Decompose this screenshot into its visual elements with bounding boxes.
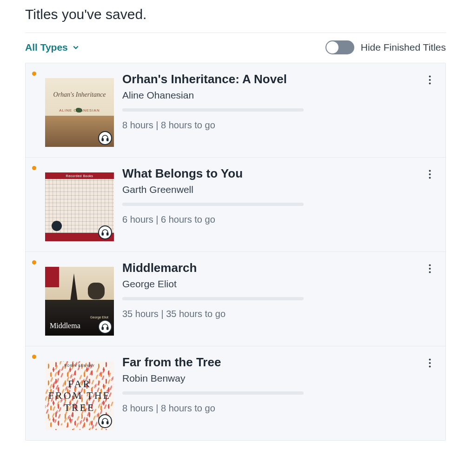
headphones-icon — [98, 414, 112, 428]
author-text[interactable]: Garth Greenwell — [122, 184, 434, 195]
headphones-icon — [98, 131, 112, 145]
more-options-button[interactable] — [425, 262, 434, 275]
duration-text: 35 hours | 35 hours to go — [122, 309, 434, 319]
headphones-icon — [98, 320, 112, 334]
page-title: Titles you've saved. — [25, 0, 446, 33]
svg-rect-10 — [102, 327, 103, 330]
svg-point-9 — [429, 177, 431, 179]
progress-bar — [122, 203, 304, 206]
controls-bar: All Types Hide Finished Titles — [25, 33, 446, 63]
svg-point-2 — [429, 76, 431, 78]
author-text[interactable]: George Eliot — [122, 278, 434, 290]
svg-point-8 — [429, 173, 431, 175]
svg-point-14 — [429, 271, 431, 273]
svg-point-12 — [429, 264, 431, 266]
progress-bar — [122, 391, 304, 395]
title-text[interactable]: Middlemarch — [122, 260, 197, 276]
status-dot — [32, 166, 36, 170]
status-column — [31, 166, 37, 170]
headphones-icon — [98, 225, 112, 239]
svg-point-7 — [429, 170, 431, 172]
svg-point-4 — [429, 83, 431, 85]
svg-rect-15 — [102, 422, 103, 424]
more-options-button[interactable] — [425, 357, 434, 370]
progress-bar — [122, 297, 304, 300]
more-options-button[interactable] — [425, 73, 434, 86]
cover-column: Recorded Books — [45, 172, 114, 241]
svg-point-3 — [429, 79, 431, 81]
svg-point-19 — [429, 366, 431, 368]
svg-rect-1 — [107, 139, 108, 141]
svg-rect-6 — [107, 233, 108, 235]
svg-rect-0 — [102, 139, 103, 141]
duration-text: 8 hours | 8 hours to go — [122, 403, 434, 414]
info-column: What Belongs to YouGarth Greenwell6 hour… — [122, 166, 434, 225]
status-column — [31, 355, 37, 359]
more-options-button[interactable] — [425, 168, 434, 181]
filter-label: All Types — [25, 42, 68, 53]
progress-bar — [122, 108, 304, 112]
status-dot — [32, 355, 36, 359]
hide-finished-label: Hide Finished Titles — [361, 42, 446, 53]
cover-column: ROBIN BENWAYFARFROM THETREE — [45, 361, 114, 430]
author-text[interactable]: Robin Benway — [122, 373, 434, 384]
list-item: Orhan's InheritanceALINE OHANESIANOrhan'… — [26, 63, 445, 157]
duration-text: 6 hours | 6 hours to go — [122, 214, 434, 225]
info-column: MiddlemarchGeorge Eliot35 hours | 35 hou… — [122, 260, 434, 319]
svg-point-17 — [429, 359, 431, 361]
list-item: Recorded BooksWhat Belongs to YouGarth G… — [26, 157, 445, 251]
chevron-down-icon — [73, 44, 79, 51]
status-column — [31, 260, 37, 264]
author-text[interactable]: Aline Ohanesian — [122, 90, 434, 101]
svg-rect-16 — [107, 422, 108, 424]
list-item: ROBIN BENWAYFARFROM THETREEFar from the … — [26, 346, 445, 440]
title-text[interactable]: Far from the Tree — [122, 355, 221, 370]
toggle-knob — [326, 41, 338, 53]
saved-titles-list: Orhan's InheritanceALINE OHANESIANOrhan'… — [25, 63, 446, 441]
status-column — [31, 72, 37, 76]
title-text[interactable]: Orhan's Inheritance: A Novel — [122, 72, 287, 87]
title-text[interactable]: What Belongs to You — [122, 166, 243, 181]
list-item: George EliotMiddlemaMiddlemarchGeorge El… — [26, 251, 445, 346]
duration-text: 8 hours | 8 hours to go — [122, 120, 434, 131]
filter-type-dropdown[interactable]: All Types — [25, 42, 79, 53]
hide-finished-toggle[interactable] — [325, 40, 354, 54]
cover-column: George EliotMiddlema — [45, 267, 114, 336]
svg-point-18 — [429, 362, 431, 364]
cover-column: Orhan's InheritanceALINE OHANESIAN — [45, 78, 114, 147]
status-dot — [32, 260, 36, 264]
info-column: Orhan's Inheritance: A NovelAline Ohanes… — [122, 72, 434, 131]
svg-rect-5 — [102, 233, 103, 235]
info-column: Far from the TreeRobin Benway8 hours | 8… — [122, 355, 434, 414]
svg-rect-11 — [107, 327, 108, 330]
svg-point-13 — [429, 268, 431, 270]
status-dot — [32, 72, 36, 76]
hide-finished-toggle-area: Hide Finished Titles — [325, 40, 446, 54]
